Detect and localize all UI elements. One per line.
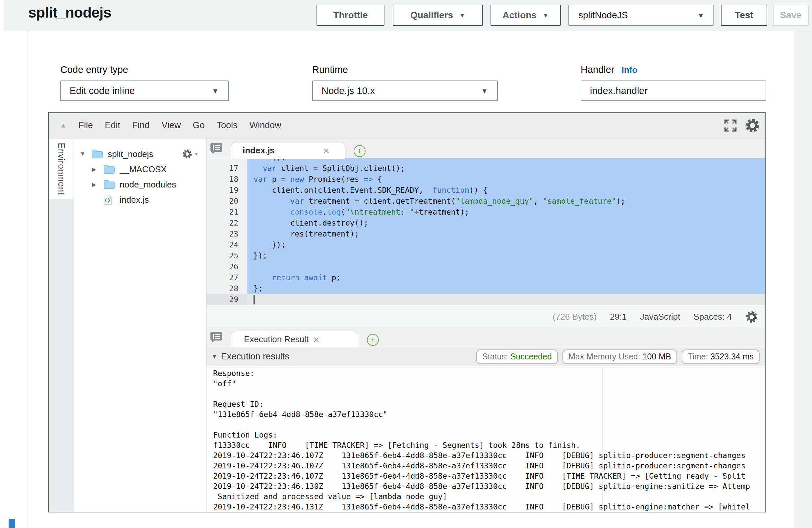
badge-label: Time:	[688, 352, 711, 362]
tree-item-node_modules[interactable]: ▶node_modules	[74, 177, 206, 192]
runtime-select[interactable]: Node.js 10.x ▼	[312, 80, 498, 101]
statusbar-gear-icon[interactable]	[745, 310, 758, 324]
cursor-position-status: 29:1	[610, 312, 627, 322]
editor-settings-gear-icon[interactable]	[744, 118, 760, 133]
tab-execution-result[interactable]: Execution Result ×	[231, 331, 358, 348]
code-line: 21 console.log("\ntreatment: "+treatment…	[206, 207, 765, 218]
test-event-select[interactable]: splitNodeJS ▼	[568, 5, 713, 26]
tree-settings-gear-icon[interactable]: ▾	[182, 149, 198, 159]
close-tab-icon[interactable]: ×	[313, 334, 319, 345]
sidebar-tab-strip: Environment	[49, 138, 74, 512]
page-scrollbar[interactable]	[794, 31, 812, 528]
folder-icon	[91, 149, 106, 159]
expander-right-icon[interactable]: ▶	[92, 166, 103, 173]
log-line: f13330cc INFO [TIME TRACKER] => [Fetchin…	[213, 440, 765, 451]
log-line: 2019-10-24T22:23:46.107Z 131e865f-6eb4-4…	[213, 451, 765, 461]
tab-list-icon[interactable]	[211, 143, 223, 156]
menu-file[interactable]: File	[78, 120, 93, 131]
code-editor-area[interactable]: });17 var client = SplitObj.client();18v…	[206, 158, 765, 306]
line-number: 21	[206, 207, 247, 218]
expander-right-icon[interactable]: ▶	[92, 181, 103, 188]
handler-value: index.handler	[590, 86, 648, 97]
editor-tabbar: index.js × +	[206, 138, 765, 158]
code-line: 17 var client = SplitObj.client();	[206, 163, 765, 174]
indentation-status[interactable]: Spaces: 4	[693, 312, 732, 322]
menu-edit[interactable]: Edit	[105, 120, 120, 131]
new-tab-icon[interactable]: +	[367, 334, 379, 346]
expander-down-icon[interactable]: ▼	[80, 151, 91, 157]
tab-environment[interactable]: Environment	[49, 138, 74, 200]
tree-item-split_nodejs[interactable]: ▼split_nodejs▾	[74, 146, 206, 162]
qualifiers-dropdown-button[interactable]: Qualifiers ▼	[393, 5, 483, 26]
editor-statusbar: (726 Bytes) 29:1 JavaScript Spaces: 4	[206, 306, 765, 327]
code-text	[247, 261, 765, 272]
feedback-button-partial[interactable]	[9, 519, 15, 528]
code-line: 29	[206, 294, 765, 305]
line-number: 18	[206, 174, 247, 185]
menu-tools[interactable]: Tools	[216, 120, 237, 131]
code-text: res(treatment);	[247, 229, 765, 239]
jsfile-icon	[103, 194, 118, 205]
log-line	[213, 420, 765, 430]
qualifiers-label: Qualifiers	[410, 10, 453, 20]
menu-window[interactable]: Window	[249, 120, 281, 131]
new-tab-icon[interactable]: +	[354, 145, 365, 157]
execution-results-toggle[interactable]: ▼ Execution results	[212, 351, 289, 362]
line-number: 28	[206, 283, 247, 294]
chevron-down-icon: ▼	[542, 12, 549, 18]
log-line: 2019-10-24T22:23:46.130Z 131e865f-6eb4-4…	[213, 481, 765, 492]
tree-item-index-js[interactable]: index.js	[74, 192, 206, 207]
handler-label-row: Handler Info	[581, 64, 637, 75]
tree-item-__macosx[interactable]: ▶__MACOSX	[74, 162, 206, 177]
folder-icon	[103, 179, 118, 189]
language-mode-status[interactable]: JavaScript	[640, 312, 680, 322]
code-line: 20 var treatment = client.getTreatment("…	[206, 196, 765, 207]
code-line: 25});	[206, 250, 765, 261]
log-line: 2019-10-24T22:23:46.107Z 131e865f-6eb4-4…	[213, 471, 765, 481]
line-number: 24	[206, 239, 247, 250]
results-tabbar: Execution Result × +	[206, 327, 765, 347]
page-left-divider	[4, 0, 4, 528]
throttle-button[interactable]: Throttle	[317, 5, 385, 26]
test-button[interactable]: Test	[721, 5, 767, 26]
menu-view[interactable]: View	[161, 120, 180, 131]
code-text: client.on(client.Event.SDK_READY, functi…	[247, 185, 765, 196]
badge-label: Status:	[482, 352, 510, 362]
line-number: 27	[206, 272, 247, 283]
code-line: });	[206, 158, 765, 163]
menu-go[interactable]: Go	[192, 120, 204, 131]
line-number: 19	[206, 185, 247, 196]
chevron-down-icon: ▼	[697, 12, 704, 19]
runtime-label: Runtime	[312, 64, 348, 75]
section-heading: Function code	[79, 31, 184, 34]
result-badge-time-: Time: 3523.34 ms	[682, 350, 760, 364]
execution-log-area[interactable]: Response:"off"Request ID:"131e865f-6eb4-…	[206, 366, 765, 512]
line-number: 20	[206, 196, 247, 207]
close-tab-icon[interactable]: ×	[323, 145, 330, 156]
actions-dropdown-button[interactable]: Actions ▼	[491, 5, 561, 26]
code-text: var treatment = client.getTreatment("lam…	[247, 196, 765, 207]
tab-list-icon[interactable]	[211, 331, 223, 344]
code-line: 18var p = new Promise(res => {	[206, 174, 765, 185]
chevron-down-icon: ▼	[459, 12, 465, 18]
handler-input[interactable]: index.handler	[581, 80, 766, 101]
tab-label: Execution Result	[244, 334, 308, 344]
section-info-link[interactable]: Info	[195, 31, 213, 33]
handler-info-link[interactable]: Info	[622, 65, 638, 75]
badge-value: 100 MB	[643, 352, 671, 362]
code-line: 28};	[206, 283, 765, 294]
log-line: Response:	[213, 368, 765, 379]
tab-index-js[interactable]: index.js ×	[231, 142, 345, 159]
menu-find[interactable]: Find	[132, 120, 150, 131]
code-entry-type-select[interactable]: Edit code inline ▼	[60, 80, 229, 101]
log-line: "off"	[213, 379, 765, 389]
code-text	[247, 294, 765, 305]
code-text: console.log("\ntreatment: "+treatment);	[247, 207, 765, 218]
log-lines: Response:"off"Request ID:"131e865f-6eb4-…	[213, 368, 765, 512]
log-line: Request ID:	[213, 399, 765, 409]
fullscreen-icon[interactable]	[723, 118, 738, 133]
code-line: 26	[206, 261, 765, 272]
save-button: Save	[773, 5, 809, 26]
collapse-editor-icon[interactable]: ▲	[60, 121, 67, 129]
line-number: 29	[206, 294, 247, 305]
